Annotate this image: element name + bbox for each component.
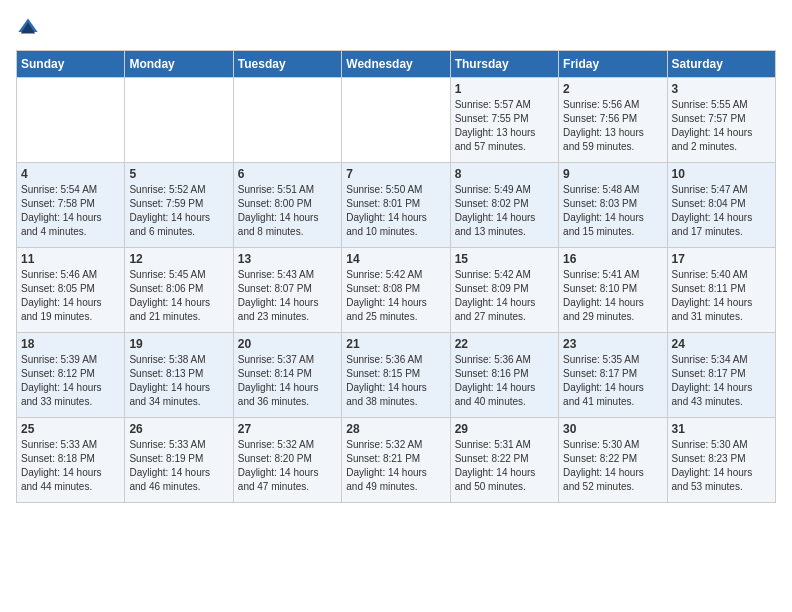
calendar-cell: 10Sunrise: 5:47 AM Sunset: 8:04 PM Dayli…: [667, 163, 775, 248]
calendar-cell: 25Sunrise: 5:33 AM Sunset: 8:18 PM Dayli…: [17, 418, 125, 503]
calendar-cell: 11Sunrise: 5:46 AM Sunset: 8:05 PM Dayli…: [17, 248, 125, 333]
day-info: Sunrise: 5:31 AM Sunset: 8:22 PM Dayligh…: [455, 438, 554, 494]
weekday-header: Monday: [125, 51, 233, 78]
day-info: Sunrise: 5:40 AM Sunset: 8:11 PM Dayligh…: [672, 268, 771, 324]
calendar-cell: 15Sunrise: 5:42 AM Sunset: 8:09 PM Dayli…: [450, 248, 558, 333]
day-number: 9: [563, 167, 662, 181]
calendar-cell: 8Sunrise: 5:49 AM Sunset: 8:02 PM Daylig…: [450, 163, 558, 248]
weekday-header: Wednesday: [342, 51, 450, 78]
calendar-cell: 30Sunrise: 5:30 AM Sunset: 8:22 PM Dayli…: [559, 418, 667, 503]
calendar-cell: 9Sunrise: 5:48 AM Sunset: 8:03 PM Daylig…: [559, 163, 667, 248]
calendar-cell: 4Sunrise: 5:54 AM Sunset: 7:58 PM Daylig…: [17, 163, 125, 248]
day-info: Sunrise: 5:30 AM Sunset: 8:22 PM Dayligh…: [563, 438, 662, 494]
calendar-cell: 2Sunrise: 5:56 AM Sunset: 7:56 PM Daylig…: [559, 78, 667, 163]
calendar-cell: 28Sunrise: 5:32 AM Sunset: 8:21 PM Dayli…: [342, 418, 450, 503]
day-info: Sunrise: 5:57 AM Sunset: 7:55 PM Dayligh…: [455, 98, 554, 154]
calendar-cell: [342, 78, 450, 163]
calendar-cell: 26Sunrise: 5:33 AM Sunset: 8:19 PM Dayli…: [125, 418, 233, 503]
day-number: 21: [346, 337, 445, 351]
calendar-body: 1Sunrise: 5:57 AM Sunset: 7:55 PM Daylig…: [17, 78, 776, 503]
day-info: Sunrise: 5:48 AM Sunset: 8:03 PM Dayligh…: [563, 183, 662, 239]
calendar-cell: 21Sunrise: 5:36 AM Sunset: 8:15 PM Dayli…: [342, 333, 450, 418]
day-info: Sunrise: 5:42 AM Sunset: 8:08 PM Dayligh…: [346, 268, 445, 324]
calendar-week-row: 4Sunrise: 5:54 AM Sunset: 7:58 PM Daylig…: [17, 163, 776, 248]
day-number: 18: [21, 337, 120, 351]
day-info: Sunrise: 5:38 AM Sunset: 8:13 PM Dayligh…: [129, 353, 228, 409]
calendar-week-row: 18Sunrise: 5:39 AM Sunset: 8:12 PM Dayli…: [17, 333, 776, 418]
day-number: 6: [238, 167, 337, 181]
calendar-cell: 17Sunrise: 5:40 AM Sunset: 8:11 PM Dayli…: [667, 248, 775, 333]
day-number: 16: [563, 252, 662, 266]
weekday-header: Sunday: [17, 51, 125, 78]
day-info: Sunrise: 5:35 AM Sunset: 8:17 PM Dayligh…: [563, 353, 662, 409]
day-number: 1: [455, 82, 554, 96]
calendar-week-row: 1Sunrise: 5:57 AM Sunset: 7:55 PM Daylig…: [17, 78, 776, 163]
logo-icon: [16, 16, 40, 40]
day-info: Sunrise: 5:56 AM Sunset: 7:56 PM Dayligh…: [563, 98, 662, 154]
day-number: 7: [346, 167, 445, 181]
day-info: Sunrise: 5:32 AM Sunset: 8:20 PM Dayligh…: [238, 438, 337, 494]
day-number: 14: [346, 252, 445, 266]
calendar-cell: 19Sunrise: 5:38 AM Sunset: 8:13 PM Dayli…: [125, 333, 233, 418]
calendar-table: SundayMondayTuesdayWednesdayThursdayFrid…: [16, 50, 776, 503]
day-info: Sunrise: 5:52 AM Sunset: 7:59 PM Dayligh…: [129, 183, 228, 239]
day-number: 24: [672, 337, 771, 351]
calendar-cell: [233, 78, 341, 163]
day-number: 12: [129, 252, 228, 266]
calendar-cell: 12Sunrise: 5:45 AM Sunset: 8:06 PM Dayli…: [125, 248, 233, 333]
page-header: [16, 16, 776, 40]
day-number: 15: [455, 252, 554, 266]
day-number: 11: [21, 252, 120, 266]
day-number: 27: [238, 422, 337, 436]
day-info: Sunrise: 5:55 AM Sunset: 7:57 PM Dayligh…: [672, 98, 771, 154]
day-number: 3: [672, 82, 771, 96]
day-info: Sunrise: 5:36 AM Sunset: 8:16 PM Dayligh…: [455, 353, 554, 409]
day-info: Sunrise: 5:54 AM Sunset: 7:58 PM Dayligh…: [21, 183, 120, 239]
day-info: Sunrise: 5:36 AM Sunset: 8:15 PM Dayligh…: [346, 353, 445, 409]
day-number: 17: [672, 252, 771, 266]
weekday-header: Tuesday: [233, 51, 341, 78]
calendar-cell: 24Sunrise: 5:34 AM Sunset: 8:17 PM Dayli…: [667, 333, 775, 418]
day-number: 26: [129, 422, 228, 436]
day-number: 30: [563, 422, 662, 436]
calendar-cell: 23Sunrise: 5:35 AM Sunset: 8:17 PM Dayli…: [559, 333, 667, 418]
calendar-cell: 20Sunrise: 5:37 AM Sunset: 8:14 PM Dayli…: [233, 333, 341, 418]
calendar-cell: 7Sunrise: 5:50 AM Sunset: 8:01 PM Daylig…: [342, 163, 450, 248]
calendar-cell: 22Sunrise: 5:36 AM Sunset: 8:16 PM Dayli…: [450, 333, 558, 418]
day-info: Sunrise: 5:43 AM Sunset: 8:07 PM Dayligh…: [238, 268, 337, 324]
day-number: 23: [563, 337, 662, 351]
day-info: Sunrise: 5:41 AM Sunset: 8:10 PM Dayligh…: [563, 268, 662, 324]
day-number: 28: [346, 422, 445, 436]
day-number: 22: [455, 337, 554, 351]
day-number: 19: [129, 337, 228, 351]
day-info: Sunrise: 5:51 AM Sunset: 8:00 PM Dayligh…: [238, 183, 337, 239]
day-number: 10: [672, 167, 771, 181]
weekday-header: Thursday: [450, 51, 558, 78]
day-info: Sunrise: 5:32 AM Sunset: 8:21 PM Dayligh…: [346, 438, 445, 494]
day-info: Sunrise: 5:33 AM Sunset: 8:19 PM Dayligh…: [129, 438, 228, 494]
weekday-header: Friday: [559, 51, 667, 78]
day-number: 25: [21, 422, 120, 436]
day-info: Sunrise: 5:50 AM Sunset: 8:01 PM Dayligh…: [346, 183, 445, 239]
calendar-cell: 29Sunrise: 5:31 AM Sunset: 8:22 PM Dayli…: [450, 418, 558, 503]
logo: [16, 16, 42, 40]
calendar-cell: 13Sunrise: 5:43 AM Sunset: 8:07 PM Dayli…: [233, 248, 341, 333]
calendar-cell: [125, 78, 233, 163]
calendar-cell: 16Sunrise: 5:41 AM Sunset: 8:10 PM Dayli…: [559, 248, 667, 333]
weekday-header-row: SundayMondayTuesdayWednesdayThursdayFrid…: [17, 51, 776, 78]
day-info: Sunrise: 5:30 AM Sunset: 8:23 PM Dayligh…: [672, 438, 771, 494]
day-info: Sunrise: 5:37 AM Sunset: 8:14 PM Dayligh…: [238, 353, 337, 409]
calendar-cell: 3Sunrise: 5:55 AM Sunset: 7:57 PM Daylig…: [667, 78, 775, 163]
day-info: Sunrise: 5:46 AM Sunset: 8:05 PM Dayligh…: [21, 268, 120, 324]
day-number: 29: [455, 422, 554, 436]
calendar-cell: 5Sunrise: 5:52 AM Sunset: 7:59 PM Daylig…: [125, 163, 233, 248]
calendar-cell: 14Sunrise: 5:42 AM Sunset: 8:08 PM Dayli…: [342, 248, 450, 333]
day-number: 31: [672, 422, 771, 436]
day-number: 5: [129, 167, 228, 181]
day-info: Sunrise: 5:34 AM Sunset: 8:17 PM Dayligh…: [672, 353, 771, 409]
day-info: Sunrise: 5:45 AM Sunset: 8:06 PM Dayligh…: [129, 268, 228, 324]
day-info: Sunrise: 5:39 AM Sunset: 8:12 PM Dayligh…: [21, 353, 120, 409]
day-number: 2: [563, 82, 662, 96]
calendar-cell: 31Sunrise: 5:30 AM Sunset: 8:23 PM Dayli…: [667, 418, 775, 503]
day-number: 20: [238, 337, 337, 351]
